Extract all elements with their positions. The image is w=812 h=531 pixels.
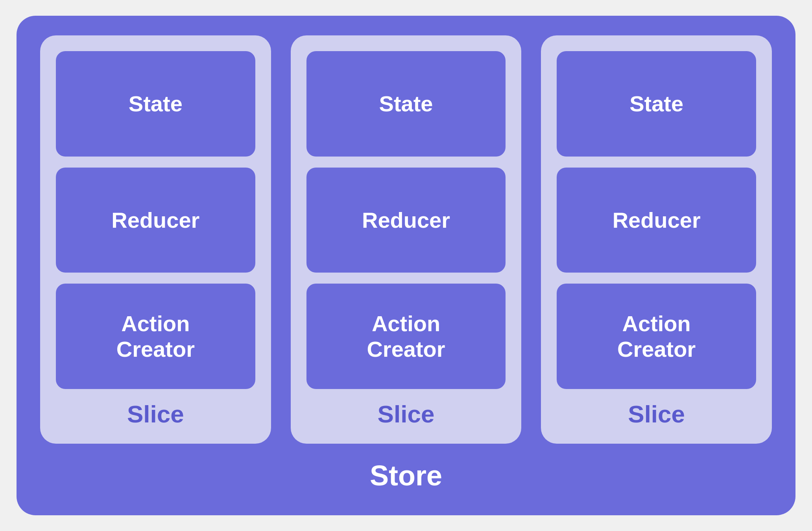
state-label-3: State — [629, 91, 683, 116]
reducer-box-2: Reducer — [306, 168, 506, 273]
reducer-label-3: Reducer — [613, 207, 701, 233]
slice-card-1: State Reducer ActionCreator Slice — [40, 35, 271, 444]
store-label: Store — [370, 459, 442, 492]
slice-card-3: State Reducer ActionCreator Slice — [541, 35, 772, 444]
slices-row: State Reducer ActionCreator Slice State … — [40, 35, 772, 444]
action-creator-label-3: ActionCreator — [617, 311, 696, 362]
state-box-1: State — [56, 51, 255, 157]
reducer-box-1: Reducer — [56, 168, 255, 273]
slice-label-1: Slice — [127, 400, 184, 432]
store-container: State Reducer ActionCreator Slice State … — [17, 16, 795, 515]
action-creator-label-1: ActionCreator — [116, 311, 195, 362]
reducer-label-1: Reducer — [111, 207, 199, 233]
state-label-2: State — [379, 91, 433, 116]
action-creator-box-3: ActionCreator — [557, 284, 756, 389]
reducer-box-3: Reducer — [557, 168, 756, 273]
slice-card-2: State Reducer ActionCreator Slice — [291, 35, 522, 444]
state-box-3: State — [557, 51, 756, 157]
action-creator-box-1: ActionCreator — [56, 284, 255, 389]
state-label-1: State — [129, 91, 183, 116]
reducer-label-2: Reducer — [362, 207, 450, 233]
state-box-2: State — [306, 51, 506, 157]
slice-label-2: Slice — [378, 400, 435, 432]
slice-label-3: Slice — [628, 400, 685, 432]
action-creator-box-2: ActionCreator — [306, 284, 506, 389]
action-creator-label-2: ActionCreator — [367, 311, 445, 362]
